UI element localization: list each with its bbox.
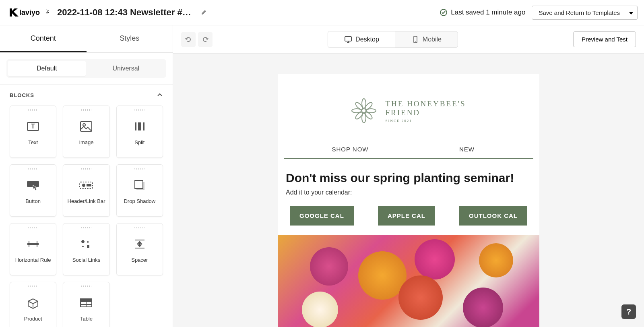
save-dropdown-caret[interactable] (625, 6, 638, 20)
block-product[interactable]: Product (10, 282, 56, 327)
email-brand-logo: THE HONEYBEE'S FRIEND SINCE 2021 (278, 74, 539, 140)
canvas-toolbar: Desktop Mobile Preview and Test (173, 25, 644, 54)
block-button[interactable]: Button (10, 164, 56, 217)
block-header-link-bar[interactable]: Header/Link Bar (63, 164, 109, 217)
block-image[interactable]: Image (63, 106, 109, 158)
preview-test-button[interactable]: Preview and Test (573, 31, 636, 47)
block-label: Image (79, 139, 93, 145)
calendar-buttons: GOOGLE CAL APPLE CAL OUTLOOK CAL (278, 206, 539, 235)
sub-tabs: Default Universal (6, 59, 166, 78)
flower-icon (351, 98, 377, 124)
chevron-up-icon (157, 92, 163, 98)
apple-cal-button[interactable]: APPLE CAL (378, 206, 435, 226)
save-button-group: Save and Return to Templates (532, 6, 638, 20)
redo-button[interactable] (198, 32, 213, 47)
undo-redo-group (181, 32, 213, 47)
svg-point-32 (362, 109, 366, 113)
block-label: Split (134, 139, 144, 145)
email-heading: Don't miss our spring planting seminar! (278, 159, 539, 189)
horizontal-rule-icon (25, 236, 41, 252)
tab-styles[interactable]: Styles (87, 25, 173, 52)
subtab-default[interactable]: Default (8, 61, 86, 76)
spacer-icon (132, 236, 148, 252)
block-label: Social Links (72, 257, 100, 263)
svg-rect-7 (138, 122, 141, 130)
top-bar: laviyo 2022-11-08 12:43 Newsletter #7 (S… (0, 0, 644, 25)
table-icon (78, 295, 94, 311)
tab-content[interactable]: Content (0, 25, 87, 52)
brand-line1: THE HONEYBEE'S (385, 99, 466, 108)
svg-rect-8 (143, 122, 144, 130)
brand-text: THE HONEYBEE'S FRIEND SINCE 2021 (385, 99, 466, 123)
mobile-label: Mobile (423, 36, 442, 43)
sidebar: Content Styles Default Universal BLOCKS … (0, 25, 173, 327)
klaviyo-logo[interactable]: laviyo (6, 5, 51, 20)
image-icon (78, 118, 94, 135)
block-label: Text (28, 139, 38, 145)
main-area: Content Styles Default Universal BLOCKS … (0, 25, 644, 327)
block-label: Spacer (131, 257, 148, 263)
header-link-bar-icon (78, 177, 94, 193)
block-label: Button (25, 198, 41, 204)
svg-rect-14 (135, 180, 143, 188)
block-label: Header/Link Bar (68, 198, 105, 204)
check-circle-icon (440, 8, 448, 17)
desktop-view-button[interactable]: Desktop (328, 31, 395, 48)
blocks-grid: T Text Image Split Button (0, 106, 173, 327)
product-icon (25, 295, 41, 311)
button-icon (25, 177, 41, 193)
split-icon (132, 118, 148, 135)
canvas-content[interactable]: THE HONEYBEE'S FRIEND SINCE 2021 SHOP NO… (173, 54, 644, 327)
email-preview[interactable]: THE HONEYBEE'S FRIEND SINCE 2021 SHOP NO… (278, 74, 539, 307)
svg-rect-6 (135, 122, 136, 130)
block-horizontal-rule[interactable]: Horizontal Rule (10, 223, 56, 275)
sidebar-tabs: Content Styles (0, 25, 173, 53)
drop-shadow-icon (132, 177, 148, 193)
block-label: Horizontal Rule (15, 257, 51, 263)
svg-rect-26 (80, 299, 92, 302)
brand-line2: FRIEND (385, 108, 466, 117)
subtab-universal[interactable]: Universal (87, 61, 165, 76)
block-split[interactable]: Split (116, 106, 163, 158)
desktop-label: Desktop (355, 36, 379, 43)
block-social-links[interactable]: Social Links (63, 223, 109, 275)
email-nav: SHOP NOW NEW (284, 140, 533, 159)
save-return-button[interactable]: Save and Return to Templates (532, 6, 627, 20)
help-button[interactable]: ? (621, 304, 636, 319)
svg-point-11 (83, 184, 85, 186)
svg-point-5 (83, 124, 85, 126)
mobile-view-button[interactable]: Mobile (395, 31, 458, 48)
blocks-section-header[interactable]: BLOCKS (0, 84, 173, 106)
undo-button[interactable] (181, 32, 196, 47)
email-subtext: Add it to your calendar: (278, 189, 539, 206)
text-icon: T (25, 118, 41, 135)
outlook-cal-button[interactable]: OUTLOOK CAL (459, 206, 527, 226)
block-label: Product (24, 316, 42, 322)
desktop-icon (344, 35, 352, 43)
view-toggle: Desktop Mobile (328, 31, 458, 48)
nav-shop-now[interactable]: SHOP NOW (292, 140, 409, 158)
svg-text:laviyo: laviyo (19, 8, 40, 17)
svg-rect-18 (87, 245, 89, 248)
canvas-area: Desktop Mobile Preview and Test (173, 25, 644, 327)
block-label: Table (80, 316, 93, 322)
svg-rect-27 (345, 37, 351, 41)
social-links-icon (78, 236, 94, 252)
google-cal-button[interactable]: GOOGLE CAL (290, 206, 354, 226)
blocks-section-title: BLOCKS (10, 92, 34, 98)
block-table[interactable]: Table (63, 282, 109, 327)
svg-text:T: T (31, 123, 35, 130)
block-spacer[interactable]: Spacer (116, 223, 163, 275)
campaign-title: 2022-11-08 12:43 Newsletter #7 (S... (57, 7, 194, 18)
nav-new[interactable]: NEW (409, 140, 525, 158)
brand-since: SINCE 2021 (385, 119, 466, 123)
save-status: Last saved 1 minute ago (440, 8, 525, 17)
mobile-icon (411, 35, 419, 43)
svg-rect-12 (87, 184, 91, 186)
save-status-text: Last saved 1 minute ago (451, 8, 525, 17)
email-hero-image (278, 235, 539, 327)
block-label: Drop Shadow (124, 198, 155, 204)
block-drop-shadow[interactable]: Drop Shadow (116, 164, 163, 217)
edit-icon[interactable] (200, 9, 207, 16)
block-text[interactable]: T Text (10, 106, 56, 158)
